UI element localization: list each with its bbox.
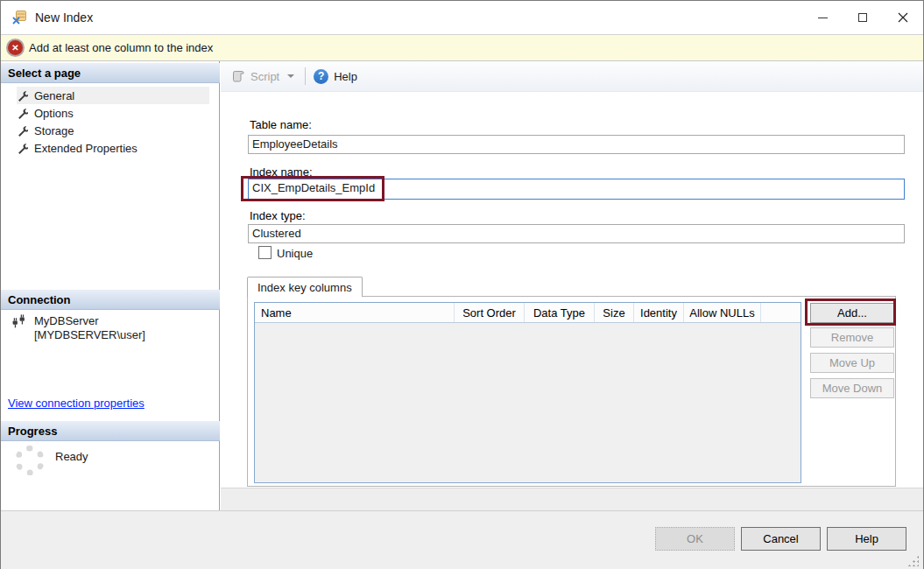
- resize-grip[interactable]: [907, 555, 919, 566]
- column-header-data-type[interactable]: Data Type: [525, 303, 595, 322]
- grid-header-row: Name Sort Order Data Type Size Identity …: [255, 303, 801, 323]
- column-header-sort-order[interactable]: Sort Order: [455, 303, 525, 322]
- sidebar: Select a page General Options Storage Ex…: [1, 61, 220, 510]
- unique-checkbox-label: Unique: [277, 247, 313, 260]
- view-connection-properties-link[interactable]: View connection properties: [8, 397, 145, 410]
- wrench-icon: [17, 125, 28, 137]
- window-controls: [802, 1, 923, 34]
- help-icon: ?: [314, 69, 328, 84]
- window-title: New Index: [35, 11, 93, 25]
- minimize-icon: [818, 18, 828, 18]
- sidebar-item-options[interactable]: Options: [17, 104, 209, 122]
- close-icon: [898, 12, 908, 23]
- progress-status: Ready: [55, 450, 88, 463]
- minimize-button[interactable]: [802, 1, 843, 34]
- help-toolbar-button[interactable]: Help: [334, 70, 357, 83]
- dialog-body: Select a page General Options Storage Ex…: [1, 61, 923, 510]
- toolbar: Script ? Help: [221, 61, 923, 92]
- maximize-button[interactable]: [843, 1, 883, 34]
- script-icon: [231, 69, 245, 83]
- connection-header: Connection: [1, 290, 220, 310]
- help-button[interactable]: Help: [827, 527, 906, 551]
- server-name: MyDBServer: [34, 314, 145, 328]
- index-type-label: Index type:: [250, 209, 306, 222]
- key-columns-grid[interactable]: Name Sort Order Data Type Size Identity …: [254, 302, 801, 483]
- sidebar-item-label: Storage: [34, 124, 74, 137]
- wrench-icon: [17, 90, 28, 102]
- wrench-icon: [17, 108, 28, 119]
- toolbar-separator: [305, 67, 306, 85]
- ok-button[interactable]: OK: [655, 527, 735, 551]
- sidebar-item-extended-properties[interactable]: Extended Properties: [17, 139, 209, 157]
- panel-bottom-strip: [221, 488, 923, 510]
- title-bar: New Index: [1, 1, 923, 34]
- connection-plug-icon: [11, 314, 26, 329]
- sidebar-item-label: Options: [34, 107, 74, 120]
- grid-empty-body[interactable]: [255, 323, 801, 482]
- column-header-allow-nulls[interactable]: Allow NULLs: [684, 303, 761, 322]
- move-down-button[interactable]: Move Down: [810, 378, 894, 398]
- column-header-size[interactable]: Size: [595, 303, 634, 322]
- alert-message: Add at least one column to the index: [29, 41, 213, 54]
- new-index-icon: [11, 10, 27, 25]
- login-account: [MYDBSERVER\user]: [34, 328, 145, 342]
- tab-index-key-columns[interactable]: Index key columns: [247, 277, 363, 297]
- index-key-columns-tabpage: Name Sort Order Data Type Size Identity …: [247, 296, 896, 487]
- error-icon: ✕: [8, 40, 23, 55]
- column-header-name[interactable]: Name: [255, 303, 455, 322]
- cancel-button[interactable]: Cancel: [741, 527, 821, 551]
- select-a-page-header: Select a page: [1, 63, 220, 83]
- table-name-label: Table name:: [250, 118, 312, 131]
- index-name-input[interactable]: CIX_EmpDetails_EmpId: [248, 179, 905, 200]
- close-button[interactable]: [883, 1, 923, 34]
- unique-checkbox[interactable]: [258, 246, 272, 259]
- script-dropdown-caret-icon[interactable]: [287, 74, 294, 78]
- sidebar-item-storage[interactable]: Storage: [17, 122, 209, 139]
- add-button[interactable]: Add...: [810, 303, 894, 323]
- main-panel: Script ? Help Table name: EmployeeDetail…: [221, 61, 923, 510]
- column-header-identity[interactable]: Identity: [634, 303, 684, 322]
- move-up-button[interactable]: Move Up: [810, 353, 894, 373]
- dialog-footer: OK Cancel Help: [1, 510, 923, 569]
- sidebar-item-label: General: [34, 89, 74, 102]
- index-name-label: Index name:: [250, 165, 313, 179]
- sidebar-item-label: Extended Properties: [34, 142, 138, 155]
- progress-header: Progress: [1, 421, 220, 441]
- wrench-icon: [17, 143, 28, 154]
- sidebar-item-general[interactable]: General: [17, 87, 209, 104]
- script-button[interactable]: Script: [250, 70, 279, 83]
- remove-button[interactable]: Remove: [810, 327, 894, 348]
- validation-alert-bar: ✕ Add at least one column to the index: [1, 34, 923, 61]
- maximize-icon: [858, 13, 867, 22]
- progress-spinner-icon: [15, 446, 45, 475]
- connection-server-text: MyDBServer [MYDBSERVER\user]: [34, 314, 145, 342]
- connection-info: MyDBServer [MYDBSERVER\user]: [11, 314, 145, 342]
- index-type-dropdown[interactable]: Clustered: [248, 224, 905, 243]
- table-name-field[interactable]: EmployeeDetails: [248, 135, 905, 154]
- column-header-filler: [761, 303, 801, 322]
- new-index-dialog: New Index ✕ Add at least one column to t…: [0, 0, 924, 569]
